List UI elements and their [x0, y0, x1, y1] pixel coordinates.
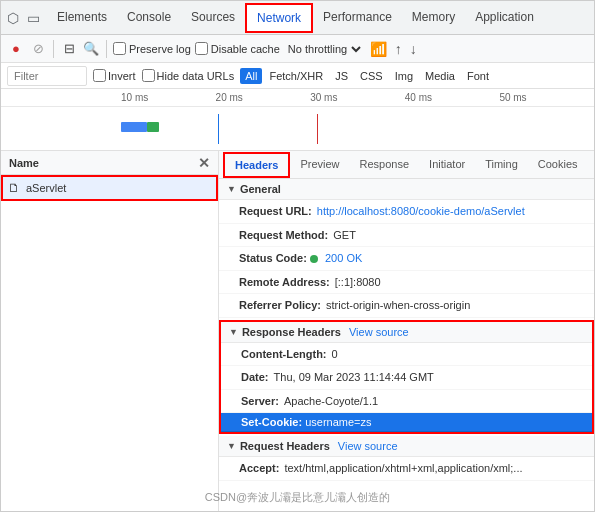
headers-content: ▼ General Request URL: http://localhost:… — [219, 179, 594, 511]
disable-cache-checkbox[interactable]: Disable cache — [195, 42, 280, 55]
sub-tab-preview[interactable]: Preview — [290, 153, 349, 177]
date-row: Date: Thu, 09 Mar 2023 11:14:44 GMT — [221, 366, 592, 390]
list-close-icon[interactable]: ✕ — [198, 155, 210, 171]
timeline-bar-blue — [121, 122, 147, 132]
throttle-select[interactable]: No throttling — [284, 42, 364, 56]
server-label: Server: — [241, 395, 279, 407]
left-panel: Name ✕ 🗋 aServlet — [1, 151, 219, 511]
timeline-area: 10 ms 20 ms 30 ms 40 ms 50 ms — [1, 89, 594, 151]
referrer-policy-label: Referrer Policy: — [239, 299, 321, 311]
export-icon[interactable]: ↓ — [408, 39, 419, 59]
preserve-log-checkbox[interactable]: Preserve log — [113, 42, 191, 55]
response-headers-title[interactable]: ▼ Response Headers View source — [221, 322, 592, 343]
general-title: General — [240, 183, 281, 195]
hide-data-urls-checkbox[interactable]: Hide data URLs — [142, 69, 235, 82]
filter-fetch-xhr[interactable]: Fetch/XHR — [264, 68, 328, 84]
remote-address-label: Remote Address: — [239, 276, 330, 288]
toolbar-divider-1 — [53, 40, 54, 58]
search-button[interactable]: 🔍 — [82, 40, 100, 58]
request-headers-title[interactable]: ▼ Request Headers View source — [219, 436, 594, 457]
sub-tab-initiator[interactable]: Initiator — [419, 153, 475, 177]
tab-memory[interactable]: Memory — [402, 4, 465, 32]
tab-sources[interactable]: Sources — [181, 4, 245, 32]
referrer-policy-row: Referrer Policy: strict-origin-when-cros… — [219, 294, 594, 318]
tab-console[interactable]: Console — [117, 4, 181, 32]
request-headers-label: Request Headers — [240, 440, 330, 452]
inspect-icon[interactable]: ⬡ — [5, 10, 21, 26]
tab-performance[interactable]: Performance — [313, 4, 402, 32]
request-url-value: http://localhost:8080/cookie-demo/aServl… — [317, 205, 525, 217]
tab-elements[interactable]: Elements — [47, 4, 117, 32]
timeline-content — [1, 107, 594, 150]
remote-address-value: [::1]:8080 — [335, 276, 381, 288]
tab-application[interactable]: Application — [465, 4, 544, 32]
network-toolbar: ● ⊘ ⊟ 🔍 Preserve log Disable cache No th… — [1, 35, 594, 63]
response-headers-section: ▼ Response Headers View source Content-L… — [219, 320, 594, 435]
right-panel: Headers Preview Response Initiator Timin… — [219, 151, 594, 511]
referrer-policy-value: strict-origin-when-cross-origin — [326, 299, 470, 311]
sub-tabs: Headers Preview Response Initiator Timin… — [219, 151, 594, 179]
request-view-source[interactable]: View source — [338, 440, 398, 452]
request-method-row: Request Method: GET — [219, 224, 594, 248]
date-value: Thu, 09 Mar 2023 11:14:44 GMT — [274, 371, 434, 383]
device-icon[interactable]: ▭ — [25, 10, 41, 26]
toolbar-divider-2 — [106, 40, 107, 58]
timeline-ruler: 10 ms 20 ms 30 ms 40 ms 50 ms — [1, 89, 594, 107]
filter-type-buttons: All Fetch/XHR JS CSS Img Media Font — [240, 68, 494, 84]
accept-label: Accept: — [239, 462, 279, 474]
filter-css[interactable]: CSS — [355, 68, 388, 84]
timeline-bar-green — [147, 122, 159, 132]
filter-js[interactable]: JS — [330, 68, 353, 84]
accept-value: text/html,application/xhtml+xml,applicat… — [284, 462, 522, 474]
filter-input[interactable] — [7, 66, 87, 86]
list-header: Name ✕ — [1, 151, 218, 175]
date-label: Date: — [241, 371, 269, 383]
general-triangle: ▼ — [227, 184, 236, 194]
ruler-mark-30ms: 30 ms — [310, 92, 405, 103]
content-length-row: Content-Length: 0 — [221, 343, 592, 367]
content-length-value: 0 — [332, 348, 338, 360]
request-method-label: Request Method: — [239, 229, 328, 241]
server-value: Apache-Coyote/1.1 — [284, 395, 378, 407]
filter-media[interactable]: Media — [420, 68, 460, 84]
status-code-value: 200 OK — [325, 252, 362, 264]
list-item-aservlet[interactable]: 🗋 aServlet — [1, 175, 218, 201]
sub-tab-headers[interactable]: Headers — [223, 152, 290, 178]
tab-network[interactable]: Network — [245, 3, 313, 33]
server-row: Server: Apache-Coyote/1.1 — [221, 390, 592, 414]
status-code-row: Status Code: 200 OK — [219, 247, 594, 271]
file-icon: 🗋 — [8, 181, 20, 195]
devtools-window: ⬡ ▭ Elements Console Sources Network Per… — [0, 0, 595, 512]
status-dot — [310, 255, 318, 263]
filter-all[interactable]: All — [240, 68, 262, 84]
sub-tab-timing[interactable]: Timing — [475, 153, 528, 177]
invert-checkbox[interactable]: Invert — [93, 69, 136, 82]
filter-font[interactable]: Font — [462, 68, 494, 84]
request-triangle: ▼ — [227, 441, 236, 451]
clear-button[interactable]: ⊘ — [29, 40, 47, 58]
main-split: Name ✕ 🗋 aServlet Headers Preview Respon… — [1, 151, 594, 511]
set-cookie-label: Set-Cookie: — [241, 416, 302, 428]
set-cookie-row[interactable]: Set-Cookie: username=zs — [221, 413, 592, 432]
filter-img[interactable]: Img — [390, 68, 418, 84]
sub-tab-cookies[interactable]: Cookies — [528, 153, 588, 177]
filter-button[interactable]: ⊟ — [60, 40, 78, 58]
timeline-line-red — [317, 114, 318, 144]
tab-icons: ⬡ ▭ — [5, 10, 41, 26]
response-view-source[interactable]: View source — [349, 326, 409, 338]
record-button[interactable]: ● — [7, 40, 25, 58]
response-headers-label: Response Headers — [242, 326, 341, 338]
sub-tab-response[interactable]: Response — [350, 153, 420, 177]
wifi-icon[interactable]: 📶 — [368, 39, 389, 59]
import-icon[interactable]: ↑ — [393, 39, 404, 59]
remote-address-row: Remote Address: [::1]:8080 — [219, 271, 594, 295]
ruler-mark-10ms: 10 ms — [121, 92, 216, 103]
timeline-line-blue — [218, 114, 219, 144]
top-tab-bar: ⬡ ▭ Elements Console Sources Network Per… — [1, 1, 594, 35]
list-header-label: Name — [9, 157, 39, 169]
set-cookie-value: username=zs — [305, 416, 371, 428]
ruler-mark-50ms: 50 ms — [499, 92, 594, 103]
response-triangle: ▼ — [229, 327, 238, 337]
general-section-header[interactable]: ▼ General — [219, 179, 594, 200]
filter-bar: Invert Hide data URLs All Fetch/XHR JS C… — [1, 63, 594, 89]
